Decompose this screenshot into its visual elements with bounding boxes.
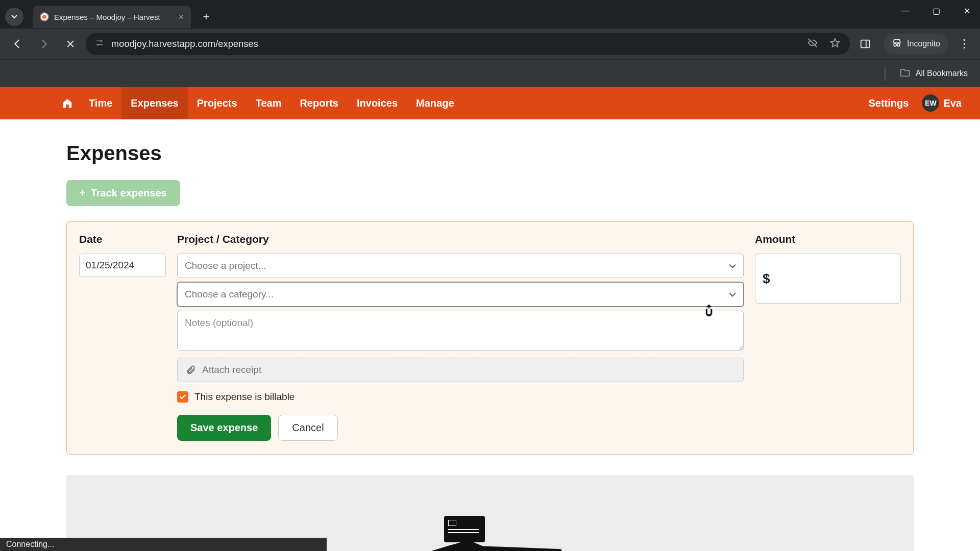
site-settings-icon[interactable]	[95, 38, 104, 49]
close-tab-button[interactable]: ×	[178, 12, 184, 22]
page-title: Expenses	[66, 142, 914, 165]
currency-symbol: $	[763, 271, 770, 287]
project-category-label: Project / Category	[177, 233, 744, 245]
billable-label: This expense is billable	[194, 391, 295, 403]
page-viewport[interactable]: Time Expenses Projects Team Reports Invo…	[0, 87, 980, 551]
browser-status-bar: Connecting...	[0, 538, 327, 551]
svg-rect-2	[861, 40, 870, 48]
tab-title: Expenses – Moodjoy – Harvest	[54, 13, 173, 21]
incognito-indicator[interactable]: Incognito	[884, 34, 948, 54]
browser-chrome: Expenses – Moodjoy – Harvest × + — ▢ ✕ m…	[0, 0, 980, 87]
close-window-button[interactable]: ✕	[959, 6, 975, 16]
address-bar[interactable]: moodjoy.harvestapp.com/expenses	[86, 33, 850, 55]
browser-menu-button[interactable]: ⋮	[959, 37, 970, 51]
content: Expenses + Track expenses Date Project /…	[66, 119, 914, 551]
nav-team[interactable]: Team	[247, 87, 291, 119]
nav-expenses[interactable]: Expenses	[121, 87, 187, 119]
svg-point-3	[894, 43, 896, 46]
save-expense-button[interactable]: Save expense	[177, 415, 271, 441]
track-expenses-button[interactable]: + Track expenses	[66, 180, 180, 206]
side-panel-button[interactable]	[854, 33, 876, 55]
url-text: moodjoy.harvestapp.com/expenses	[111, 39, 800, 49]
project-select-placeholder: Choose a project...	[185, 260, 266, 271]
nav-manage[interactable]: Manage	[407, 87, 463, 119]
category-select[interactable]: Choose a category...	[177, 282, 744, 307]
tune-icon	[95, 38, 104, 47]
maximize-button[interactable]: ▢	[928, 6, 944, 16]
minimize-button[interactable]: —	[897, 6, 914, 16]
paperclip-icon	[186, 365, 196, 375]
chevron-down-icon	[729, 261, 736, 271]
billable-checkbox[interactable]	[177, 391, 188, 403]
category-select-placeholder: Choose a category...	[185, 289, 274, 300]
forward-button[interactable]	[33, 33, 55, 55]
cancel-button[interactable]: Cancel	[278, 415, 337, 441]
nav-reports[interactable]: Reports	[290, 87, 348, 119]
incognito-icon	[892, 38, 902, 51]
back-button[interactable]	[6, 33, 29, 55]
eye-off-icon[interactable]	[807, 37, 818, 51]
all-bookmarks-label: All Bookmarks	[916, 69, 968, 78]
date-label: Date	[79, 233, 166, 245]
attach-receipt-button[interactable]: Attach receipt	[177, 358, 744, 382]
svg-point-1	[97, 44, 99, 45]
expense-form: Date Project / Category Choose a project…	[66, 221, 914, 455]
nav-settings[interactable]: Settings	[861, 87, 917, 119]
toolbar: moodjoy.harvestapp.com/expenses Incognit…	[0, 29, 980, 59]
tab-favicon-icon	[40, 12, 49, 21]
chevron-down-icon	[11, 15, 17, 19]
check-icon	[179, 393, 186, 400]
project-select[interactable]: Choose a project...	[177, 254, 744, 278]
nav-time[interactable]: Time	[80, 87, 121, 119]
nav-projects[interactable]: Projects	[188, 87, 247, 119]
active-tab[interactable]: Expenses – Moodjoy – Harvest ×	[33, 6, 191, 28]
bookmark-bar: │ All Bookmarks	[0, 59, 980, 87]
date-input[interactable]	[79, 254, 166, 277]
bookmark-star-button[interactable]	[829, 37, 841, 51]
billable-row: This expense is billable	[177, 391, 744, 403]
window-controls: — ▢ ✕	[897, 6, 975, 16]
plus-icon: +	[80, 187, 86, 199]
svg-point-0	[101, 40, 102, 42]
folder-icon	[900, 67, 911, 79]
nav-invoices[interactable]: Invoices	[348, 87, 407, 119]
close-icon	[66, 39, 75, 48]
chevron-down-icon	[729, 289, 736, 300]
panel-icon	[860, 38, 871, 49]
track-expenses-label: Track expenses	[91, 187, 167, 199]
nav-user-name[interactable]: Eva	[943, 87, 980, 119]
app-nav: Time Expenses Projects Team Reports Invo…	[0, 87, 980, 119]
tab-strip: Expenses – Moodjoy – Harvest × + — ▢ ✕	[0, 0, 980, 29]
amount-input[interactable]	[772, 271, 893, 287]
incognito-label: Incognito	[907, 39, 940, 48]
bookmark-separator: │	[882, 67, 889, 80]
arrow-left-icon	[12, 38, 23, 49]
svg-point-4	[897, 43, 900, 46]
avatar[interactable]: EW	[922, 94, 939, 112]
stop-reload-button[interactable]	[59, 33, 82, 55]
notes-input[interactable]	[177, 311, 744, 350]
attach-receipt-label: Attach receipt	[202, 364, 261, 375]
amount-label: Amount	[755, 233, 901, 245]
nav-home-button[interactable]	[55, 87, 80, 119]
all-bookmarks-button[interactable]: All Bookmarks	[900, 67, 968, 79]
new-tab-button[interactable]: +	[197, 8, 215, 26]
amount-field[interactable]: $	[755, 254, 901, 304]
illustration-icon	[419, 516, 561, 551]
home-icon	[62, 97, 73, 109]
arrow-right-icon	[38, 38, 50, 49]
tab-search-button[interactable]	[5, 8, 23, 26]
